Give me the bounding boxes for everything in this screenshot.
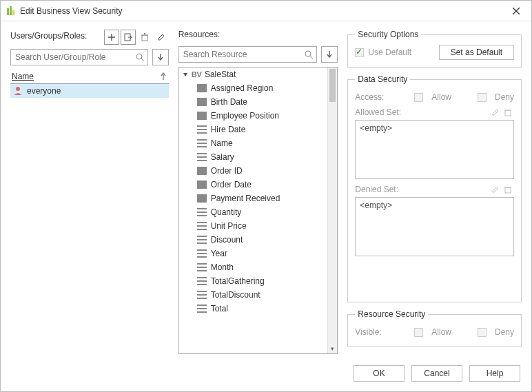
tree-item[interactable]: Name [179, 136, 328, 150]
denied-set-box: <empty> [355, 197, 514, 256]
options-panel: Security Options Use Default Set as Defa… [347, 30, 522, 354]
tree-item[interactable]: Total [179, 302, 328, 316]
edit-allowed-icon [489, 106, 502, 118]
data-security-legend: Data Security [355, 74, 410, 84]
tree-item[interactable]: TotalGathering [179, 274, 328, 288]
access-deny-label: Deny [495, 92, 514, 102]
tree-item[interactable]: Assigned Region [179, 81, 328, 95]
block-field-icon [197, 194, 207, 203]
chevron-down-icon[interactable]: ▾ [328, 345, 337, 352]
access-label: Access: [355, 92, 406, 102]
block-field-icon [197, 180, 207, 189]
resources-search-input[interactable] [182, 49, 305, 60]
tree-item-label: TotalGathering [211, 276, 265, 286]
tree-item-label: Assigned Region [211, 83, 274, 93]
resources-dropdown-button[interactable] [321, 46, 338, 63]
tree-item[interactable]: Order ID [179, 164, 328, 178]
tree-item[interactable]: Salary [179, 150, 328, 164]
resources-tree: BV SaleStat Assigned RegionBirth DateEmp… [178, 67, 338, 354]
tree-item-label: Employee Position [211, 111, 279, 121]
tree-item[interactable]: Order Date [179, 178, 328, 192]
users-panel: Users/Groups/Roles: [10, 30, 169, 354]
tree-item[interactable]: Birth Date [179, 95, 328, 109]
edit-denied-icon [489, 183, 502, 196]
list-field-icon [197, 222, 207, 230]
tree-root-label: SaleStat [205, 70, 236, 79]
tree-item[interactable]: Payment Received [179, 192, 328, 205]
tree-item[interactable]: Employee Position [179, 109, 328, 123]
content-area: Users/Groups/Roles: [1, 21, 531, 358]
tree-item[interactable]: Quantity [179, 205, 328, 219]
user-name: everyone [27, 86, 61, 96]
resource-security-legend: Resource Security [355, 309, 428, 319]
tree-item[interactable]: TotalDiscount [179, 288, 328, 302]
add-button[interactable] [104, 30, 119, 45]
list-field-icon [197, 249, 207, 258]
block-field-icon [197, 167, 207, 175]
visible-allow-checkbox [414, 328, 423, 337]
svg-point-16 [305, 51, 311, 56]
edit-button[interactable] [154, 30, 169, 45]
list-field-icon [197, 139, 207, 147]
help-button[interactable]: Help [469, 365, 520, 382]
allowed-set-label: Allowed Set: [355, 107, 489, 117]
access-allow-label: Allow [431, 92, 451, 102]
block-field-icon [197, 98, 207, 106]
visible-label: Visible: [355, 327, 406, 337]
close-button[interactable] [507, 4, 526, 18]
cancel-button[interactable]: Cancel [411, 365, 462, 382]
resource-security-group: Resource Security Visible: Allow Deny [347, 309, 522, 347]
delete-button[interactable] [137, 30, 152, 45]
svg-rect-21 [505, 187, 511, 193]
users-dropdown-button[interactable] [152, 49, 169, 65]
tree-item[interactable]: Unit Price [179, 219, 328, 233]
tree-item-label: Total [211, 304, 228, 313]
svg-rect-0 [7, 8, 9, 15]
column-name[interactable]: Name [12, 72, 159, 81]
tree-item-label: Discount [211, 235, 243, 245]
tree-item[interactable]: Discount [179, 233, 328, 247]
ok-button[interactable]: OK [354, 365, 405, 382]
svg-point-15 [16, 87, 20, 91]
list-field-icon [197, 291, 207, 299]
set-as-default-button[interactable]: Set as Default [439, 45, 514, 60]
scrollbar-thumb[interactable] [329, 69, 336, 102]
access-deny-checkbox [478, 93, 487, 102]
block-field-icon [197, 84, 207, 92]
security-options-legend: Security Options [355, 30, 421, 39]
delete-denied-icon [502, 183, 514, 196]
sort-icon[interactable] [159, 72, 167, 81]
resources-search-box[interactable] [178, 46, 318, 63]
export-button[interactable] [121, 30, 136, 45]
visible-deny-checkbox [478, 328, 487, 337]
block-field-icon [197, 112, 207, 120]
svg-rect-19 [505, 110, 511, 116]
svg-rect-2 [12, 10, 14, 15]
svg-line-12 [141, 59, 144, 61]
resources-panel: Resources: BV SaleStat [178, 30, 338, 354]
users-search-box[interactable] [10, 49, 148, 65]
denied-set-label: Denied Set: [355, 185, 489, 194]
tree-scrollbar[interactable]: ▾ [327, 68, 337, 353]
expand-icon[interactable] [182, 71, 189, 78]
dialog-footer: OK Cancel Help [1, 358, 531, 391]
tree-item[interactable]: Hire Date [179, 123, 328, 136]
bv-icon: BV [192, 70, 202, 79]
list-field-icon [197, 125, 207, 134]
user-row[interactable]: everyone [10, 84, 169, 98]
tree-item-label: Order Date [211, 180, 252, 189]
tree-item[interactable]: Year [179, 247, 328, 260]
users-list-header[interactable]: Name [10, 70, 169, 84]
titlebar: Edit Business View Security [1, 1, 531, 21]
tree-item-label: Hire Date [211, 125, 246, 134]
tree-root[interactable]: BV SaleStat [179, 68, 328, 81]
users-search-input[interactable] [14, 52, 136, 63]
tree-item[interactable]: Month [179, 260, 328, 274]
tree-item-label: Month [211, 262, 234, 272]
use-default-label: Use Default [368, 48, 411, 57]
window-title: Edit Business View Security [20, 6, 507, 16]
tree-item-label: Birth Date [211, 97, 247, 107]
users-list: everyone [10, 84, 169, 354]
security-options-group: Security Options Use Default Set as Defa… [347, 30, 522, 68]
search-icon [136, 53, 145, 62]
